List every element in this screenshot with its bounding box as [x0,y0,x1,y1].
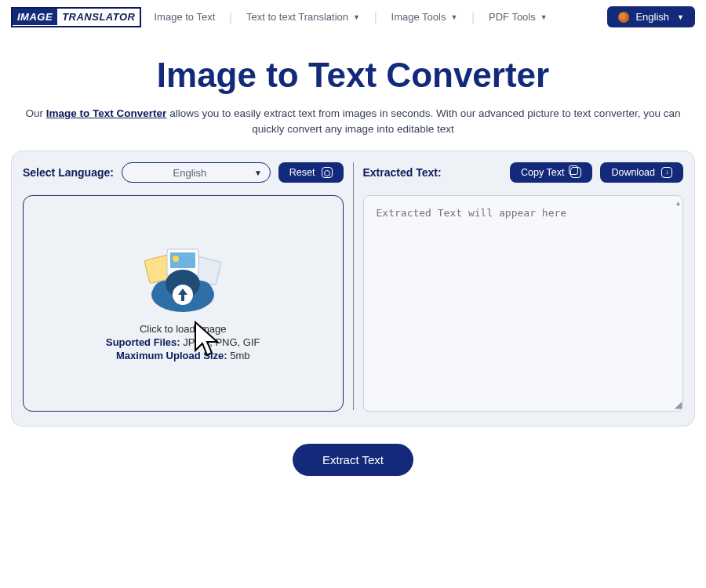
page-subtitle: Our Image to Text Converter allows you t… [0,106,706,136]
logo-right: TRANSLATOR [57,9,140,25]
extract-text-label: Extract Text [322,453,384,466]
chevron-down-icon: ▼ [353,13,360,21]
copy-text-button[interactable]: Copy Text [510,162,592,183]
camera-icon [322,167,333,178]
chevron-down-icon: ▼ [254,169,262,177]
chevron-down-icon: ▼ [540,13,548,21]
nav-item-label: Image to Text [154,11,215,23]
nav-pdf-tools[interactable]: PDF Tools ▼ [484,8,552,26]
nav-text-translation[interactable]: Text to text Translation ▼ [242,8,365,26]
input-column: Select Language: English ▼ Reset [23,161,344,412]
nav-item-label: PDF Tools [489,11,536,23]
ui-language-label: English [635,11,669,23]
nav-divider: | [229,11,232,24]
subtitle-rest: allows you to easily extract text from i… [166,107,680,135]
top-nav: IMAGE TRANSLATOR Image to Text | Text to… [0,0,706,29]
nav-divider: | [374,11,377,24]
globe-icon [618,12,629,23]
ui-language-button[interactable]: English ▼ [607,6,695,27]
logo[interactable]: IMAGE TRANSLATOR [11,7,141,27]
download-icon: ↓ [661,167,672,178]
nav-item-label: Image Tools [391,11,446,23]
download-label: Download [611,167,655,178]
cloud-upload-icon [136,246,230,317]
output-toolbar: Extracted Text: Copy Text Download ↓ [363,161,684,184]
page-title: Image to Text Converter [0,56,706,95]
output-column: Extracted Text: Copy Text Download ↓ ▴ ◢ [363,161,684,412]
subtitle-prefix: Our [26,107,46,119]
reset-button-label: Reset [289,167,315,178]
cursor-icon [192,321,227,365]
chevron-down-icon: ▼ [450,13,457,21]
select-language-label: Select Language: [23,166,114,179]
chevron-down-icon: ▼ [677,13,684,21]
column-divider [353,162,354,410]
max-upload-value: 5mb [227,350,250,361]
main-panel: Select Language: English ▼ Reset [11,151,695,426]
language-select[interactable]: English ▼ [122,162,271,183]
download-button[interactable]: Download ↓ [600,162,683,183]
copy-text-label: Copy Text [521,167,564,178]
dropzone-line-2: Suported Files: JPEG, PNG, GIF [106,336,260,348]
extract-text-button[interactable]: Extract Text [293,444,413,476]
supported-files-label: Suported Files: [106,336,180,348]
nav-item-label: Text to text Translation [246,11,348,23]
resize-handle-icon[interactable]: ◢ [675,399,682,410]
upload-dropzone[interactable]: Click to load Image Suported Files: JPEG… [23,195,344,412]
nav-divider: | [471,11,475,24]
input-toolbar: Select Language: English ▼ Reset [23,161,344,184]
dropzone-line-3: Maximum Upload Size: 5mb [116,350,249,361]
copy-icon [570,167,581,178]
nav-image-to-text[interactable]: Image to Text [149,8,220,26]
extracted-text-output[interactable] [363,195,684,412]
logo-left: IMAGE [13,9,57,25]
subtitle-link[interactable]: Image to Text Converter [46,107,167,119]
svg-point-4 [173,256,179,262]
reset-button[interactable]: Reset [278,162,344,183]
language-select-value: English [173,167,207,179]
extracted-text-label: Extracted Text: [363,166,503,179]
nav-image-tools[interactable]: Image Tools ▼ [387,8,463,26]
scroll-up-icon[interactable]: ▴ [676,198,680,207]
